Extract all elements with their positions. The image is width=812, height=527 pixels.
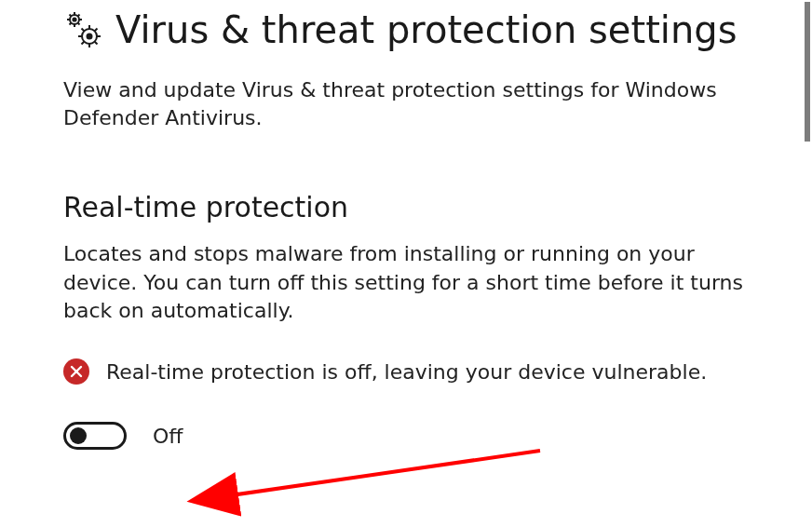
- svg-line-6: [70, 15, 72, 17]
- alert-text: Real-time protection is off, leaving you…: [106, 360, 707, 384]
- svg-line-17: [95, 42, 98, 45]
- svg-line-16: [82, 29, 85, 32]
- realtime-protection-toggle[interactable]: [63, 422, 127, 450]
- svg-line-8: [70, 23, 72, 25]
- svg-point-1: [73, 18, 75, 20]
- page-description: View and update Virus & threat protectio…: [63, 76, 738, 131]
- svg-line-9: [78, 15, 80, 17]
- svg-point-11: [88, 34, 92, 39]
- svg-line-19: [95, 29, 98, 32]
- scrollbar-thumb[interactable]: [805, 2, 810, 142]
- svg-line-22: [231, 451, 540, 495]
- error-icon: [63, 358, 89, 385]
- svg-line-7: [78, 23, 80, 25]
- toggle-knob: [70, 427, 87, 444]
- page-title: Virus & threat protection settings: [115, 9, 738, 50]
- page-header: Virus & threat protection settings: [63, 9, 812, 50]
- svg-line-18: [82, 42, 85, 45]
- section-title-realtime: Real-time protection: [63, 191, 812, 223]
- alert-row: Real-time protection is off, leaving you…: [63, 358, 812, 385]
- section-description-realtime: Locates and stops malware from installin…: [63, 240, 771, 325]
- toggle-state-label: Off: [153, 425, 183, 448]
- settings-gears-icon: [63, 10, 102, 49]
- settings-page: Virus & threat protection settings View …: [0, 0, 812, 527]
- toggle-row: Off: [63, 422, 812, 450]
